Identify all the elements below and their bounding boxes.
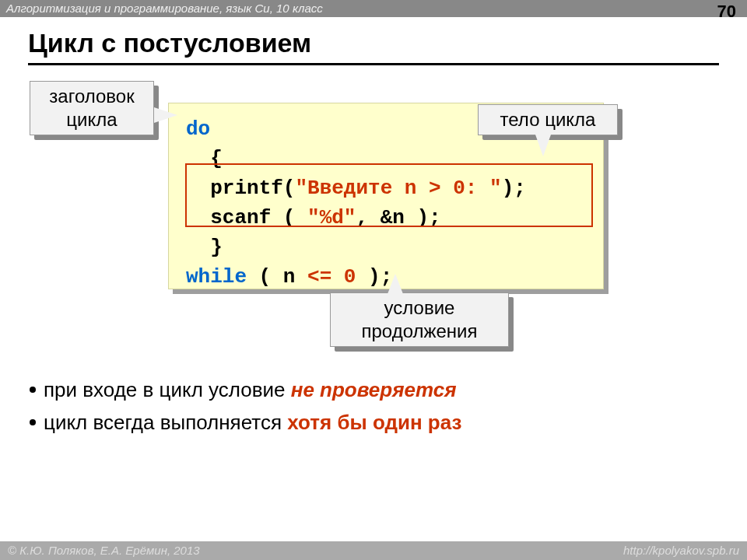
bullet-emphasis: хотя бы один раз bbox=[287, 411, 461, 434]
course-header: Алгоритмизация и программирование, язык … bbox=[0, 0, 747, 17]
bullet-icon bbox=[30, 419, 36, 425]
scanf-call-a: scanf ( bbox=[210, 206, 307, 229]
callout-loop-condition: условие продолжения bbox=[330, 292, 509, 347]
bullet-icon bbox=[30, 387, 36, 393]
callout-loop-body: тело цикла bbox=[478, 104, 618, 135]
bullet-list: при входе в цикл условие не проверяется … bbox=[30, 373, 461, 439]
bullet-emphasis: не проверяется bbox=[291, 378, 457, 401]
printf-string: "Введите n > 0: " bbox=[295, 177, 501, 200]
bullet-text: при входе в цикл условие bbox=[44, 378, 291, 401]
footer-url: http://kpolyakov.spb.ru bbox=[623, 541, 739, 560]
while-b bbox=[331, 265, 344, 289]
callout-loop-header: заголовок цикла bbox=[30, 81, 154, 135]
printf-call-a: printf( bbox=[210, 177, 295, 200]
page-number: 70 bbox=[717, 2, 736, 22]
footer: © К.Ю. Поляков, Е.А. Ерёмин, 2013 http:/… bbox=[0, 541, 747, 560]
scanf-call-b: , &n ); bbox=[356, 206, 440, 229]
bullet-item: цикл всегда выполняется хотя бы один раз bbox=[30, 406, 461, 439]
callout-tail bbox=[154, 107, 177, 123]
printf-call-b: ); bbox=[502, 177, 526, 200]
slide-title: Цикл с постусловием bbox=[28, 28, 719, 65]
keyword-while: while bbox=[186, 265, 247, 289]
keyword-do: do bbox=[186, 117, 210, 141]
callout-tail bbox=[535, 135, 551, 156]
while-zero: 0 bbox=[344, 265, 356, 289]
while-a: ( n bbox=[247, 265, 307, 289]
scanf-string: "%d" bbox=[307, 206, 356, 229]
bullet-item: при входе в цикл условие не проверяется bbox=[30, 373, 461, 406]
brace-close: } bbox=[210, 236, 223, 259]
copyright: © К.Ю. Поляков, Е.А. Ерёмин, 2013 bbox=[8, 541, 200, 560]
while-op: <= bbox=[307, 265, 331, 289]
bullet-text: цикл всегда выполняется bbox=[44, 411, 287, 434]
brace-open: { bbox=[210, 147, 223, 170]
callout-tail bbox=[388, 274, 403, 294]
